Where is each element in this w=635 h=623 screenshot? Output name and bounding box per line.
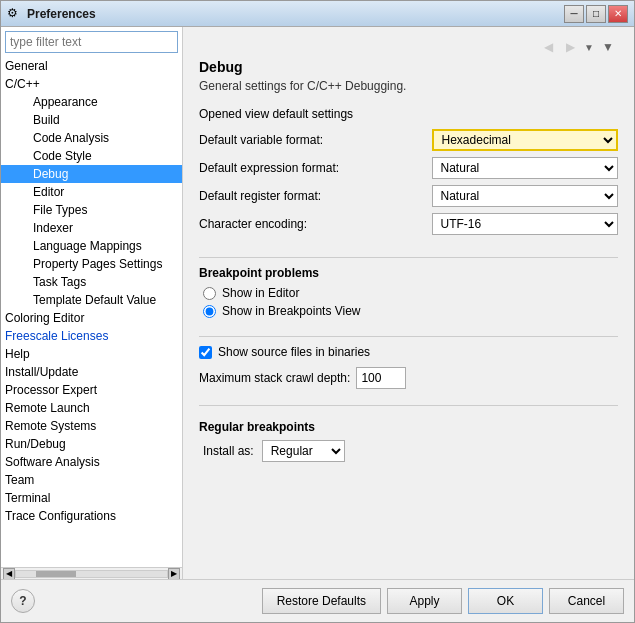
ok-button[interactable]: OK — [468, 588, 543, 614]
regular-breakpoints-title: Regular breakpoints — [199, 420, 618, 434]
var-format-label: Default variable format: — [199, 133, 424, 147]
tree-container: GeneralC/C++AppearanceBuildCode Analysis… — [1, 57, 182, 567]
radio-show-editor-input[interactable] — [203, 287, 216, 300]
reg-format-select[interactable]: Natural Hexadecimal Decimal Octal Binary — [432, 185, 618, 207]
install-as-select[interactable]: Regular Hardware Software — [262, 440, 345, 462]
title-bar: ⚙ Preferences ─ □ ✕ — [1, 1, 634, 27]
radio-show-breakpoints-label: Show in Breakpoints View — [222, 304, 361, 318]
sidebar-item-freescale[interactable]: Freescale Licenses — [1, 327, 182, 345]
apply-button[interactable]: Apply — [387, 588, 462, 614]
sidebar-item-general[interactable]: General — [1, 57, 182, 75]
sidebar-item-remote-launch[interactable]: Remote Launch — [1, 399, 182, 417]
sidebar-item-editor[interactable]: Editor — [1, 183, 182, 201]
nav-menu-button[interactable]: ▼ — [598, 37, 618, 57]
sidebar-item-file-types[interactable]: File Types — [1, 201, 182, 219]
main-content: GeneralC/C++AppearanceBuildCode Analysis… — [1, 27, 634, 579]
opened-view-label: Opened view default settings — [199, 107, 618, 121]
radio-group: Show in Editor Show in Breakpoints View — [199, 286, 618, 318]
sidebar-item-help[interactable]: Help — [1, 345, 182, 363]
max-stack-label: Maximum stack crawl depth: — [199, 371, 350, 385]
content-subtitle: General settings for C/C++ Debugging. — [199, 79, 618, 93]
scroll-right-button[interactable]: ▶ — [168, 568, 180, 580]
sidebar-item-trace-configurations[interactable]: Trace Configurations — [1, 507, 182, 525]
sidebar-item-software-analysis[interactable]: Software Analysis — [1, 453, 182, 471]
scroll-left-button[interactable]: ◀ — [3, 568, 15, 580]
show-source-checkbox[interactable] — [199, 346, 212, 359]
nav-forward-button[interactable]: ▶ — [560, 37, 580, 57]
divider-1 — [199, 257, 618, 258]
content-title: Debug — [199, 59, 618, 75]
bottom-right-buttons: Restore Defaults Apply OK Cancel — [262, 588, 624, 614]
show-source-label: Show source files in binaries — [218, 345, 370, 359]
radio-show-breakpoints[interactable]: Show in Breakpoints View — [203, 304, 618, 318]
content-panel: ◀ ▶ ▼ ▼ Debug General settings for C/C++… — [183, 27, 634, 579]
install-as-label: Install as: — [203, 444, 254, 458]
divider-2 — [199, 336, 618, 337]
var-format-select[interactable]: Hexadecimal Natural Decimal Octal Binary — [432, 129, 618, 151]
char-encoding-select[interactable]: UTF-16 UTF-8 ISO-8859-1 — [432, 213, 618, 235]
radio-show-breakpoints-input[interactable] — [203, 305, 216, 318]
sidebar-item-indexer[interactable]: Indexer — [1, 219, 182, 237]
sidebar-item-team[interactable]: Team — [1, 471, 182, 489]
cancel-button[interactable]: Cancel — [549, 588, 624, 614]
sidebar-item-debug[interactable]: Debug — [1, 165, 182, 183]
max-stack-row: Maximum stack crawl depth: — [199, 367, 618, 389]
help-button[interactable]: ? — [11, 589, 35, 613]
scrollbar-thumb — [36, 571, 76, 577]
title-buttons: ─ □ ✕ — [564, 5, 628, 23]
sidebar-item-coloring-editor[interactable]: Coloring Editor — [1, 309, 182, 327]
sidebar-item-code-style[interactable]: Code Style — [1, 147, 182, 165]
sidebar-item-run-debug[interactable]: Run/Debug — [1, 435, 182, 453]
nav-arrows: ◀ ▶ ▼ ▼ — [199, 37, 618, 57]
sidebar-item-language-mappings[interactable]: Language Mappings — [1, 237, 182, 255]
scrollbar-track[interactable] — [15, 570, 168, 578]
nav-dropdown-button[interactable]: ▼ — [582, 37, 596, 57]
nav-back-button[interactable]: ◀ — [538, 37, 558, 57]
sidebar-scrollbar: ◀ ▶ — [1, 567, 182, 579]
sidebar-item-cpp[interactable]: C/C++ — [1, 75, 182, 93]
regular-section: Regular breakpoints Install as: Regular … — [199, 420, 618, 462]
radio-show-editor-label: Show in Editor — [222, 286, 299, 300]
radio-show-editor[interactable]: Show in Editor — [203, 286, 618, 300]
window-title: Preferences — [27, 7, 96, 21]
expr-format-select[interactable]: Natural Hexadecimal Decimal Octal Binary — [432, 157, 618, 179]
sidebar-item-property-pages[interactable]: Property Pages Settings — [1, 255, 182, 273]
bottom-bar: ? Restore Defaults Apply OK Cancel — [1, 579, 634, 622]
sidebar-item-terminal[interactable]: Terminal — [1, 489, 182, 507]
max-stack-input[interactable] — [356, 367, 406, 389]
reg-format-label: Default register format: — [199, 189, 424, 203]
maximize-button[interactable]: □ — [586, 5, 606, 23]
divider-3 — [199, 405, 618, 406]
sidebar-item-template-default[interactable]: Template Default Value — [1, 291, 182, 309]
window-icon: ⚙ — [7, 6, 23, 22]
sidebar-item-appearance[interactable]: Appearance — [1, 93, 182, 111]
preferences-window: ⚙ Preferences ─ □ ✕ GeneralC/C++Appearan… — [0, 0, 635, 623]
settings-grid: Default variable format: Hexadecimal Nat… — [199, 129, 618, 235]
sidebar-item-code-analysis[interactable]: Code Analysis — [1, 129, 182, 147]
title-bar-left: ⚙ Preferences — [7, 6, 96, 22]
breakpoint-section-title: Breakpoint problems — [199, 266, 618, 280]
minimize-button[interactable]: ─ — [564, 5, 584, 23]
show-source-row: Show source files in binaries — [199, 345, 618, 359]
restore-defaults-button[interactable]: Restore Defaults — [262, 588, 381, 614]
sidebar: GeneralC/C++AppearanceBuildCode Analysis… — [1, 27, 183, 579]
expr-format-label: Default expression format: — [199, 161, 424, 175]
sidebar-item-remote-systems[interactable]: Remote Systems — [1, 417, 182, 435]
sidebar-item-build[interactable]: Build — [1, 111, 182, 129]
filter-input[interactable] — [5, 31, 178, 53]
close-button[interactable]: ✕ — [608, 5, 628, 23]
sidebar-item-task-tags[interactable]: Task Tags — [1, 273, 182, 291]
sidebar-item-install-update[interactable]: Install/Update — [1, 363, 182, 381]
sidebar-item-processor-expert[interactable]: Processor Expert — [1, 381, 182, 399]
char-encoding-label: Character encoding: — [199, 217, 424, 231]
install-row: Install as: Regular Hardware Software — [199, 440, 618, 462]
